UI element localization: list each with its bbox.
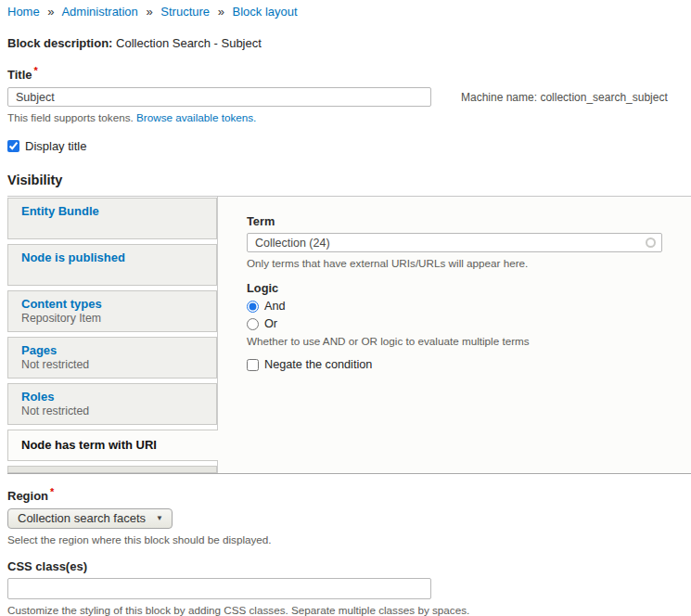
visibility-tabs-menu: Entity Bundle Node is published Content …: [7, 197, 217, 473]
title-label-text: Title: [7, 68, 32, 82]
term-label: Term: [247, 214, 676, 228]
negate-row: Negate the condition: [247, 358, 676, 371]
tab-node-is-published[interactable]: Node is published: [7, 244, 217, 286]
autocomplete-throbber-icon: [646, 237, 656, 248]
css-classes-label: CSS class(es): [7, 559, 684, 573]
tab-label: Pages: [21, 343, 209, 358]
region-select-value: Collection search facets: [18, 511, 146, 525]
css-classes-input[interactable]: [7, 578, 431, 599]
region-description: Select the region where this block shoul…: [7, 533, 684, 545]
tab-summary: [21, 265, 209, 279]
breadcrumb-link-structure[interactable]: Structure: [160, 5, 210, 19]
tab-entity-bundle[interactable]: Entity Bundle: [7, 198, 217, 239]
breadcrumb-link-administration[interactable]: Administration: [61, 5, 137, 19]
tab-content-types[interactable]: Content types Repository Item: [7, 290, 217, 332]
region-label-text: Region: [7, 490, 48, 504]
tab-label: Node has term with URI: [21, 438, 211, 453]
css-classes-description: Customize the styling of this block by a…: [7, 604, 684, 616]
title-description-text: This field supports tokens.: [7, 111, 134, 123]
tab-label: Entity Bundle: [21, 204, 209, 219]
breadcrumb-link-home[interactable]: Home: [7, 5, 40, 19]
visibility-heading: Visibility: [7, 173, 684, 187]
title-description: This field supports tokens. Browse avail…: [7, 111, 684, 123]
tab-label: Node is published: [21, 250, 209, 265]
term-description: Only terms that have external URIs/URLs …: [247, 257, 676, 269]
breadcrumb-separator: »: [218, 5, 224, 19]
breadcrumb: Home » Administration » Structure » Bloc…: [7, 5, 684, 19]
term-autocomplete-input[interactable]: [247, 233, 662, 252]
tab-roles[interactable]: Roles Not restricted: [7, 383, 217, 425]
visibility-vertical-tabs: Entity Bundle Node is published Content …: [7, 196, 691, 474]
logic-and-label[interactable]: And: [264, 300, 286, 313]
tab-pages[interactable]: Pages Not restricted: [7, 337, 217, 379]
required-marker: *: [34, 65, 38, 76]
chevron-down-icon: ▼: [156, 514, 163, 522]
display-title-checkbox[interactable]: [7, 140, 19, 152]
block-description-value: Collection Search - Subject: [116, 36, 262, 50]
title-label: Title*: [7, 65, 684, 82]
breadcrumb-separator: »: [146, 5, 152, 19]
block-description-label: Block description:: [7, 36, 112, 50]
breadcrumb-link-block-layout[interactable]: Block layout: [233, 5, 298, 19]
logic-and-row: And: [247, 300, 676, 313]
display-title-label[interactable]: Display title: [25, 139, 86, 153]
machine-name-text: Machine name: collection_search_subject: [461, 91, 668, 104]
visibility-tab-panel: Term Only terms that have external URIs/…: [217, 197, 691, 473]
logic-or-label[interactable]: Or: [264, 317, 277, 330]
tab-summary: Not restricted: [21, 404, 209, 418]
logic-label: Logic: [247, 281, 676, 295]
browse-tokens-link[interactable]: Browse available tokens.: [136, 111, 256, 123]
tab-summary: Repository Item: [21, 312, 209, 326]
title-input[interactable]: [7, 87, 431, 107]
region-select[interactable]: Collection search facets ▼: [7, 508, 173, 529]
logic-or-radio[interactable]: [247, 318, 259, 330]
tab-node-has-term-with-uri[interactable]: Node has term with URI: [7, 430, 218, 461]
tab-summary: Not restricted: [21, 358, 209, 372]
logic-or-row: Or: [247, 317, 676, 330]
display-title-row: Display title: [7, 139, 684, 153]
tab-clipped[interactable]: [7, 466, 217, 473]
breadcrumb-separator: »: [47, 5, 54, 19]
block-description: Block description: Collection Search - S…: [7, 36, 684, 50]
required-marker: *: [50, 486, 54, 497]
logic-and-radio[interactable]: [247, 301, 259, 313]
region-label: Region*: [7, 486, 684, 503]
negate-condition-label[interactable]: Negate the condition: [264, 358, 372, 371]
tab-summary: [21, 219, 209, 233]
tab-label: Content types: [21, 297, 209, 312]
logic-description: Whether to use AND or OR logic to evalua…: [247, 335, 676, 347]
tab-label: Roles: [21, 390, 209, 404]
negate-condition-checkbox[interactable]: [247, 359, 259, 371]
